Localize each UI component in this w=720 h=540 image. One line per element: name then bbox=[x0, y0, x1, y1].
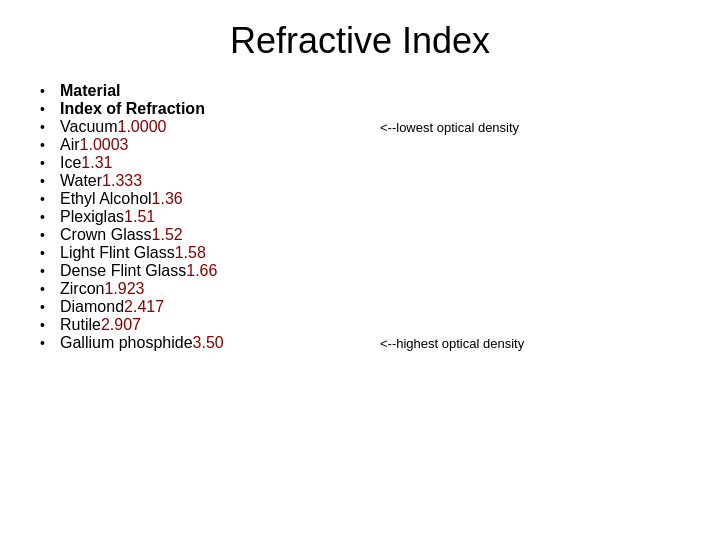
bullet-icon: • bbox=[40, 209, 60, 225]
list-item: •Index of Refraction bbox=[40, 100, 680, 118]
material-label: Air bbox=[60, 136, 80, 154]
index-value: 1.31 bbox=[81, 154, 112, 172]
list-item: •Zircon 1.923 bbox=[40, 280, 680, 298]
bullet-icon: • bbox=[40, 173, 60, 189]
index-value: 1.51 bbox=[124, 208, 155, 226]
annotation-text: <--lowest optical density bbox=[380, 120, 519, 135]
content-area: •Material•Index of Refraction•Vacuum 1.0… bbox=[40, 82, 680, 352]
index-value: 1.0000 bbox=[118, 118, 167, 136]
material-label: Rutile bbox=[60, 316, 101, 334]
list-item: •Water 1.333 bbox=[40, 172, 680, 190]
list-item: •Crown Glass 1.52 bbox=[40, 226, 680, 244]
bullet-icon: • bbox=[40, 191, 60, 207]
index-value: 1.36 bbox=[152, 190, 183, 208]
list-item: •Diamond 2.417 bbox=[40, 298, 680, 316]
page-title: Refractive Index bbox=[40, 20, 680, 62]
bullet-icon: • bbox=[40, 281, 60, 297]
list-item: •Plexiglas 1.51 bbox=[40, 208, 680, 226]
bullet-icon: • bbox=[40, 137, 60, 153]
index-value: 1.66 bbox=[186, 262, 217, 280]
list-item: •Ice 1.31 bbox=[40, 154, 680, 172]
list-container: •Material•Index of Refraction•Vacuum 1.0… bbox=[40, 82, 680, 352]
material-label: Light Flint Glass bbox=[60, 244, 175, 262]
index-value: 1.333 bbox=[102, 172, 142, 190]
material-label: Plexiglas bbox=[60, 208, 124, 226]
bullet-icon: • bbox=[40, 263, 60, 279]
list-item: •Rutile 2.907 bbox=[40, 316, 680, 334]
list-item: •Light Flint Glass 1.58 bbox=[40, 244, 680, 262]
material-label: Ethyl Alcohol bbox=[60, 190, 152, 208]
index-value: 1.52 bbox=[152, 226, 183, 244]
list-item: •Vacuum 1.0000<--lowest optical density bbox=[40, 118, 680, 136]
list-item: •Dense Flint Glass 1.66 bbox=[40, 262, 680, 280]
index-value: 3.50 bbox=[193, 334, 224, 352]
material-label: Water bbox=[60, 172, 102, 190]
bullet-icon: • bbox=[40, 83, 60, 99]
bullet-icon: • bbox=[40, 245, 60, 261]
material-label: Diamond bbox=[60, 298, 124, 316]
material-label: Material bbox=[60, 82, 120, 100]
bullet-icon: • bbox=[40, 299, 60, 315]
index-value: 1.58 bbox=[175, 244, 206, 262]
bullet-icon: • bbox=[40, 335, 60, 351]
list-item: •Material bbox=[40, 82, 680, 100]
bullet-icon: • bbox=[40, 101, 60, 117]
material-label: Gallium phosphide bbox=[60, 334, 193, 352]
index-value: 1.0003 bbox=[80, 136, 129, 154]
material-label: Crown Glass bbox=[60, 226, 152, 244]
index-value: 2.417 bbox=[124, 298, 164, 316]
material-label: Ice bbox=[60, 154, 81, 172]
annotation-text: <--highest optical density bbox=[380, 336, 524, 351]
material-label: Vacuum bbox=[60, 118, 118, 136]
bullet-icon: • bbox=[40, 155, 60, 171]
material-label: Zircon bbox=[60, 280, 104, 298]
list-item: •Air 1.0003 bbox=[40, 136, 680, 154]
material-label: Dense Flint Glass bbox=[60, 262, 186, 280]
index-value: 2.907 bbox=[101, 316, 141, 334]
page: Refractive Index •Material•Index of Refr… bbox=[0, 0, 720, 540]
bullet-icon: • bbox=[40, 227, 60, 243]
list-item: •Gallium phosphide 3.50<--highest optica… bbox=[40, 334, 680, 352]
material-label: Index of Refraction bbox=[60, 100, 205, 118]
list-item: •Ethyl Alcohol 1.36 bbox=[40, 190, 680, 208]
bullet-icon: • bbox=[40, 119, 60, 135]
bullet-icon: • bbox=[40, 317, 60, 333]
index-value: 1.923 bbox=[104, 280, 144, 298]
